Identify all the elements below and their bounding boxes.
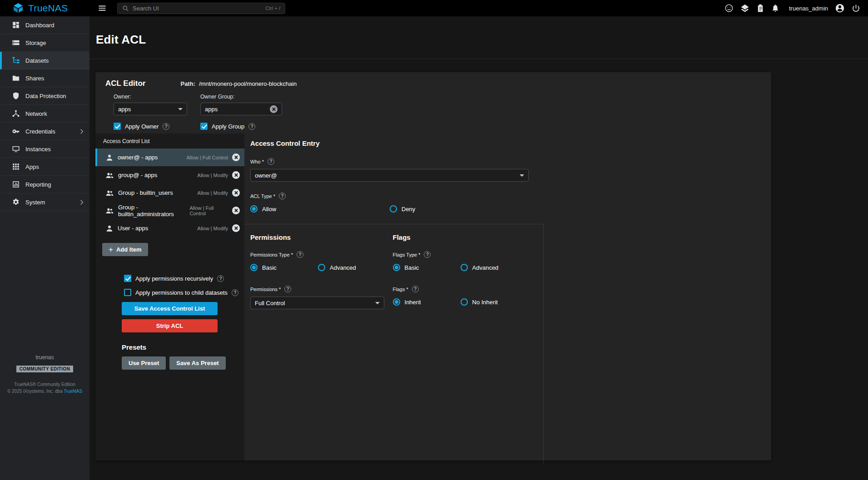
remove-entry-icon[interactable] <box>232 171 240 179</box>
apply-group-checkbox[interactable] <box>200 123 208 130</box>
recursive-checkbox[interactable] <box>124 275 131 282</box>
acl-entry-row[interactable]: Group - builtin_administrators Allow | F… <box>95 202 244 219</box>
owner-group-input[interactable] <box>205 106 270 113</box>
acl-entry-row[interactable]: group@ - apps Allow | Modify <box>95 166 244 184</box>
presets-title: Presets <box>122 343 244 351</box>
account-button[interactable] <box>835 3 845 13</box>
help-icon[interactable] <box>163 123 169 130</box>
dashboard-icon <box>11 21 20 30</box>
sidebar-item-data-protection[interactable]: Data Protection <box>0 87 89 105</box>
sidebar-item-storage[interactable]: Storage <box>0 34 89 52</box>
acl-entry-who: User - apps <box>118 225 148 232</box>
apply-group-label: Apply Group <box>212 123 244 130</box>
who-select[interactable]: owner@ <box>250 169 529 182</box>
help-icon[interactable] <box>232 289 238 296</box>
radio-label: Advanced <box>330 264 356 271</box>
radio-icon <box>318 264 325 271</box>
apply-owner-group: Apply Owner <box>114 123 187 130</box>
help-icon[interactable] <box>217 275 224 282</box>
help-icon[interactable] <box>412 286 419 292</box>
help-icon[interactable] <box>297 251 303 258</box>
permissions-title: Permissions <box>250 233 393 241</box>
bar-chart-icon <box>11 180 20 189</box>
who-label-row: Who * <box>250 158 771 165</box>
truenas-link[interactable]: TrueNAS <box>64 389 82 394</box>
sidebar-item-datasets[interactable]: Datasets <box>0 52 89 69</box>
radio-option-basic[interactable]: Basic <box>250 264 318 271</box>
radio-option-no-inherit[interactable]: No Inherit <box>461 298 498 306</box>
gear-icon <box>11 198 20 207</box>
preset-buttons: Use Preset Save As Preset <box>122 356 244 370</box>
checklist-button[interactable] <box>756 4 764 13</box>
radio-label: Inherit <box>405 299 421 306</box>
flags-label-row: Flags * <box>393 286 543 292</box>
topbar: TrueNAS Ctrl + / truenas_admin <box>0 0 868 16</box>
radio-label: Deny <box>402 206 415 213</box>
sidebar-item-network[interactable]: Network <box>0 105 89 123</box>
account-circle-icon <box>835 3 845 13</box>
remove-entry-icon[interactable] <box>232 153 240 161</box>
brand[interactable]: TrueNAS <box>0 3 89 14</box>
acl-entry-who: Group - builtin_users <box>118 189 173 196</box>
sidebar-item-dashboard[interactable]: Dashboard <box>0 16 89 34</box>
remove-entry-icon[interactable] <box>232 224 240 232</box>
power-button[interactable] <box>852 4 860 13</box>
remove-entry-icon[interactable] <box>232 207 240 214</box>
radio-option-basic[interactable]: Basic <box>393 264 461 271</box>
sidebar-item-system[interactable]: System <box>0 193 89 211</box>
apply-checkboxes-row: Apply Owner Apply Group <box>114 123 761 130</box>
radio-icon <box>461 298 468 306</box>
people-icon <box>105 171 114 179</box>
help-icon[interactable] <box>279 193 286 199</box>
bell-icon <box>771 4 779 13</box>
radio-icon <box>461 264 468 271</box>
sidebar-item-instances[interactable]: Instances <box>0 140 89 158</box>
jobs-button[interactable] <box>740 4 749 13</box>
help-icon[interactable] <box>268 158 274 165</box>
help-icon[interactable] <box>424 251 431 258</box>
sidenav-toggle-button[interactable] <box>97 3 108 14</box>
acl-entry-who: Group - builtin_administrators <box>118 204 190 218</box>
sidebar-item-label: Reporting <box>25 181 51 188</box>
help-icon[interactable] <box>248 123 255 130</box>
acl-entry-row[interactable]: owner@ - apps Allow | Full Control <box>95 148 244 166</box>
radio-label: No Inherit <box>472 299 498 306</box>
radio-option-advanced[interactable]: Advanced <box>318 264 356 271</box>
save-acl-button[interactable]: Save Access Control List <box>122 302 218 315</box>
search-icon <box>122 5 129 12</box>
radio-option-deny[interactable]: Deny <box>390 205 415 213</box>
search-input[interactable] <box>133 5 262 12</box>
sidebar-item-shares[interactable]: Shares <box>0 69 89 87</box>
remove-entry-icon[interactable] <box>232 189 240 197</box>
permissions-select[interactable]: Full Control <box>250 297 384 309</box>
flags-type-radio-group: Basic Advanced <box>393 264 543 271</box>
edition-badge: COMMUNITY EDITION <box>16 366 74 372</box>
add-item-button[interactable]: Add Item <box>102 243 148 256</box>
sidebar-item-credentials[interactable]: Credentials <box>0 123 89 140</box>
acl-entry-row[interactable]: Group - builtin_users Allow | Modify <box>95 184 244 202</box>
recursive-checkbox-row: Apply permissions recursively <box>124 275 244 282</box>
flags-value-field: Flags * Inherit <box>393 286 543 306</box>
radio-option-advanced[interactable]: Advanced <box>461 264 499 271</box>
child-datasets-checkbox[interactable] <box>124 289 131 296</box>
apply-owner-checkbox[interactable] <box>114 123 121 130</box>
chevron-down-icon <box>375 302 380 304</box>
strip-acl-button[interactable]: Strip ACL <box>122 319 218 332</box>
storage-icon <box>11 39 20 47</box>
permissions-select-value: Full Control <box>255 300 285 307</box>
help-icon[interactable] <box>284 286 291 292</box>
sidebar-item-apps[interactable]: Apps <box>0 158 89 176</box>
clear-icon[interactable] <box>270 105 278 113</box>
sidebar-item-reporting[interactable]: Reporting <box>0 176 89 193</box>
use-preset-button[interactable]: Use Preset <box>122 356 166 370</box>
acl-entry-row[interactable]: User - apps Allow | Modify <box>95 219 244 237</box>
person-icon <box>105 224 114 233</box>
radio-option-allow[interactable]: Allow <box>250 205 390 213</box>
layers-icon <box>740 4 749 13</box>
save-as-preset-button[interactable]: Save As Preset <box>169 356 225 370</box>
feedback-button[interactable] <box>724 4 734 13</box>
owner-select[interactable]: apps <box>114 103 187 115</box>
notifications-button[interactable] <box>771 4 779 13</box>
radio-option-inherit[interactable]: Inherit <box>393 298 461 306</box>
child-datasets-label: Apply permissions to child datasets <box>135 289 228 296</box>
